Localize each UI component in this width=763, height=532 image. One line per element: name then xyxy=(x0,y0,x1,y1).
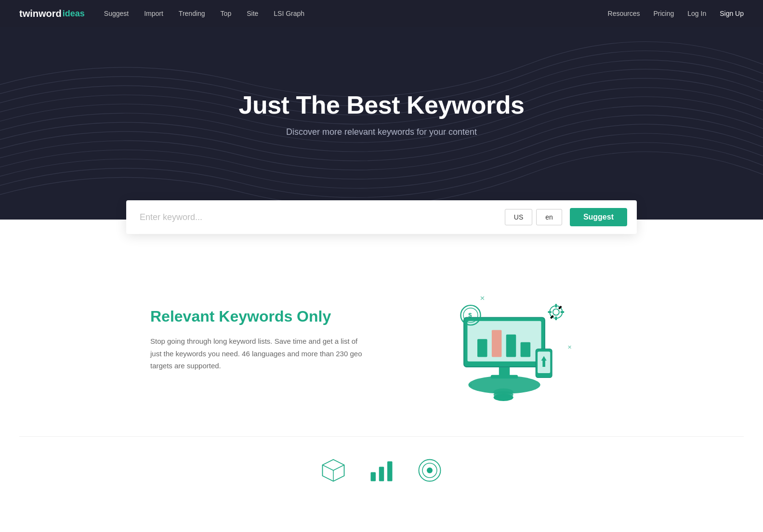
logo-twinword: twinword xyxy=(19,8,62,19)
svg-point-16 xyxy=(553,309,559,315)
svg-text:✕: ✕ xyxy=(567,344,572,350)
nav-signup[interactable]: Sign Up xyxy=(720,10,744,17)
search-container: US en Suggest xyxy=(126,200,637,234)
svg-text:$: $ xyxy=(468,311,472,319)
nav-pricing[interactable]: Pricing xyxy=(653,10,674,17)
nav-right-links: Resources Pricing Log In Sign Up xyxy=(608,10,744,17)
svg-rect-34 xyxy=(379,467,384,481)
svg-text:✕: ✕ xyxy=(480,295,485,302)
svg-line-30 xyxy=(323,465,334,470)
hero-subtitle: Discover more relevant keywords for your… xyxy=(239,127,525,137)
svg-point-38 xyxy=(427,467,433,473)
search-input[interactable] xyxy=(136,210,505,224)
logo-ideas: ideas xyxy=(63,9,85,19)
features-description: Stop going through long keyword lists. S… xyxy=(150,335,367,372)
nav-lsi-graph[interactable]: LSI Graph xyxy=(274,10,304,17)
svg-line-31 xyxy=(333,465,344,470)
svg-rect-17 xyxy=(555,304,557,307)
nav-resources[interactable]: Resources xyxy=(608,10,640,17)
bottom-icon-1 xyxy=(319,456,348,485)
bottom-icon-3 xyxy=(415,456,444,485)
logo[interactable]: twinword ideas xyxy=(19,8,85,19)
bottom-icon-2 xyxy=(367,456,396,485)
nav-site[interactable]: Site xyxy=(247,10,258,17)
features-svg: $ ✕ ✕ ✕ xyxy=(427,272,581,407)
svg-rect-7 xyxy=(506,335,516,357)
svg-rect-6 xyxy=(492,330,502,357)
svg-rect-2 xyxy=(491,375,518,378)
nav-import[interactable]: Import xyxy=(144,10,163,17)
bottom-icons xyxy=(0,437,763,504)
nav-login[interactable]: Log In xyxy=(687,10,706,17)
navbar: twinword ideas Suggest Import Trending T… xyxy=(0,0,763,27)
features-title: Relevant Keywords Only xyxy=(150,308,367,325)
svg-rect-19 xyxy=(561,311,564,313)
features-illustration: $ ✕ ✕ ✕ xyxy=(396,272,613,407)
country-button[interactable]: US xyxy=(505,209,532,225)
hero-content: Just The Best Keywords Discover more rel… xyxy=(239,91,525,137)
svg-rect-18 xyxy=(555,316,557,320)
svg-point-25 xyxy=(494,389,513,396)
svg-rect-5 xyxy=(477,339,487,357)
features-text: Relevant Keywords Only Stop going throug… xyxy=(150,308,367,372)
svg-rect-33 xyxy=(371,472,376,481)
suggest-button[interactable]: Suggest xyxy=(570,208,627,226)
nav-left-links: Suggest Import Trending Top Site LSI Gra… xyxy=(104,10,304,17)
svg-rect-8 xyxy=(521,342,531,357)
nav-trending[interactable]: Trending xyxy=(179,10,205,17)
search-controls: US en Suggest xyxy=(505,208,627,226)
nav-suggest[interactable]: Suggest xyxy=(104,10,129,17)
search-section: US en Suggest xyxy=(0,220,763,234)
features-section: Relevant Keywords Only Stop going throug… xyxy=(131,234,632,436)
hero-section: Just The Best Keywords Discover more rel… xyxy=(0,27,763,220)
svg-rect-20 xyxy=(548,311,552,313)
svg-rect-35 xyxy=(387,461,393,481)
language-button[interactable]: en xyxy=(536,209,562,225)
nav-top[interactable]: Top xyxy=(221,10,232,17)
hero-title: Just The Best Keywords xyxy=(239,91,525,119)
svg-text:✕: ✕ xyxy=(468,382,473,388)
